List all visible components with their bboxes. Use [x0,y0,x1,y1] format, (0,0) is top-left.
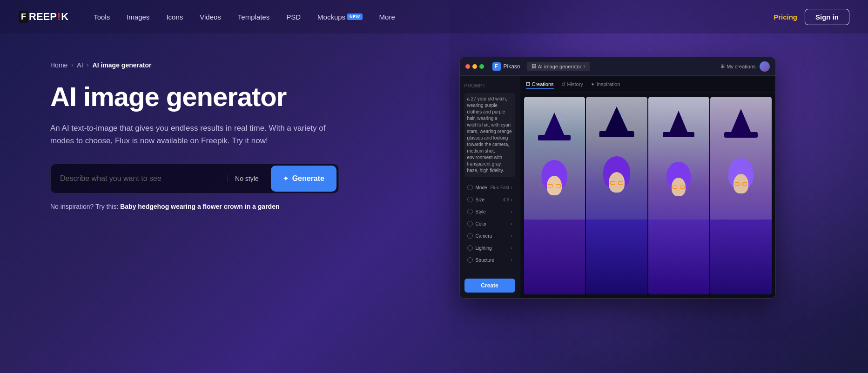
logo-exclamation: ! [57,11,61,23]
left-section: Home › AI › AI image generator AI image … [50,52,376,210]
right-section: F Pikaso 🖼 AI image generator ▾ ⊞ My cre… [376,52,831,299]
minimize-dot[interactable] [472,64,477,69]
breadcrumb-ai[interactable]: AI [77,61,83,69]
color-icon [467,221,473,226]
nav-link-more[interactable]: More [373,9,402,25]
history-label: History [567,81,583,87]
search-input[interactable] [60,174,227,183]
pricing-link[interactable]: Pricing [774,13,797,21]
my-creations-button[interactable]: ⊞ My creations [720,63,755,69]
breadcrumb-current: AI image generator [93,61,152,69]
nav-right: Pricing Sign in [774,9,849,25]
hero-subtext-content: An AI text-to-image that gives you endle… [50,124,325,145]
pikaso-icon: F [492,62,501,71]
hero-subtext: An AI text-to-image that gives you endle… [50,122,330,147]
structure-icon [467,257,473,263]
size-value: 4:6 › [503,197,512,202]
titlebar-right: ⊞ My creations [720,61,769,72]
mode-label: Mode [476,185,487,190]
avatar[interactable] [760,61,770,72]
signin-button[interactable]: Sign in [805,9,849,25]
lighting-label: Lighting [476,246,492,251]
option-color-left: Color [467,221,487,226]
sparkle-icon [283,174,289,183]
style-option-value: › [511,209,512,214]
size-icon [467,197,473,202]
inspiration-suggestion[interactable]: Baby hedgehog wearing a flower crown in … [120,203,279,210]
new-badge: NEW [347,13,363,20]
logo-f-letter: F [19,11,28,23]
main-content: Home › AI › AI image generator AI image … [0,33,868,373]
mockups-label: Mockups [317,13,345,21]
images-grid: ★ [520,93,775,298]
logo-k-text: K [61,11,68,23]
lighting-value: › [511,246,512,251]
option-lighting[interactable]: Lighting › [464,243,515,253]
image-icon: 🖼 [532,64,536,69]
style-label: No style [235,175,259,182]
option-structure[interactable]: Structure › [464,255,515,265]
breadcrumb-sep-2: › [87,62,89,68]
nav-link-icons[interactable]: Icons [160,9,189,25]
app-tabs: ⊞ Creations ↺ History ✦ Inspiration [520,76,775,93]
tab-inspiration[interactable]: ✦ Inspiration [591,80,620,89]
option-mode[interactable]: Mode Flux Fast › [464,182,515,193]
app-right-panel: ⊞ Creations ↺ History ✦ Inspiration [520,76,775,298]
style-selector[interactable]: No style [227,175,269,182]
camera-label: Camera [476,233,492,239]
nav-link-mockups[interactable]: Mockups NEW [311,9,369,25]
close-dot[interactable] [465,64,470,69]
my-creations-label: My creations [727,64,755,69]
generated-image-2[interactable]: ★ Load more [586,97,647,294]
generate-label: Generate [292,174,324,183]
app-preview-window: F Pikaso 🖼 AI image generator ▾ ⊞ My cre… [459,57,776,299]
logo-reepik-text: REEP [29,11,57,23]
option-size[interactable]: Size 4:6 › [464,194,515,205]
option-color[interactable]: Color › [464,219,515,229]
tab-history[interactable]: ↺ History [561,80,583,89]
chevron-down-icon-tab: ▾ [583,64,585,69]
breadcrumb: Home › AI › AI image generator [50,61,376,69]
inspiration-text: No inspiration? Try this: Baby hedgehog … [50,203,376,210]
camera-icon [467,233,473,239]
inspiration-prefix: No inspiration? Try this: [50,203,118,210]
option-camera[interactable]: Camera › [464,231,515,241]
structure-label: Structure [476,258,495,263]
app-body: Prompt a 27 year old witch, wearing purp… [460,76,775,298]
nav-link-videos[interactable]: Videos [193,9,228,25]
tab-creations[interactable]: ⊞ Creations [526,80,554,89]
nav-link-tools[interactable]: Tools [87,9,116,25]
app-titlebar: F Pikaso 🖼 AI image generator ▾ ⊞ My cre… [460,57,775,76]
grid-icon: ⊞ [720,63,725,69]
generated-image-3[interactable]: ★ [648,97,710,294]
option-size-left: Size [467,197,484,202]
app-left-panel: Prompt a 27 year old witch, wearing purp… [460,76,520,298]
breadcrumb-sep-1: › [71,62,73,68]
generated-image-1[interactable]: ★ [524,97,585,294]
nav-link-images[interactable]: Images [120,9,156,25]
grid-icon-tab: ⊞ [526,81,530,87]
structure-value: › [511,258,512,263]
prompt-text[interactable]: a 27 year old witch, wearing purple clot… [464,93,515,177]
style-icon [467,209,473,214]
creations-label: Creations [532,81,554,87]
maximize-dot[interactable] [479,64,484,69]
logo[interactable]: F REEP ! K [19,11,68,23]
option-style-left: Style [467,209,486,214]
nav-link-templates[interactable]: Templates [231,9,276,25]
generated-image-4[interactable]: ★ [710,97,772,294]
brand-icon-letter: F [495,64,498,69]
generate-button[interactable]: Generate [271,166,336,192]
option-style[interactable]: Style › [464,206,515,217]
color-label: Color [476,221,487,226]
mode-icon [467,185,473,190]
create-button[interactable]: Create [464,279,515,293]
titlebar-tab[interactable]: 🖼 AI image generator ▾ [527,62,591,71]
style-option-label: Style [476,209,486,214]
option-structure-left: Structure [467,257,495,263]
history-icon: ↺ [561,81,565,87]
nav-link-psd[interactable]: PSD [280,9,307,25]
breadcrumb-home[interactable]: Home [50,61,67,69]
inspiration-label: Inspiration [597,81,620,87]
titlebar-brand: F Pikaso [492,62,520,71]
